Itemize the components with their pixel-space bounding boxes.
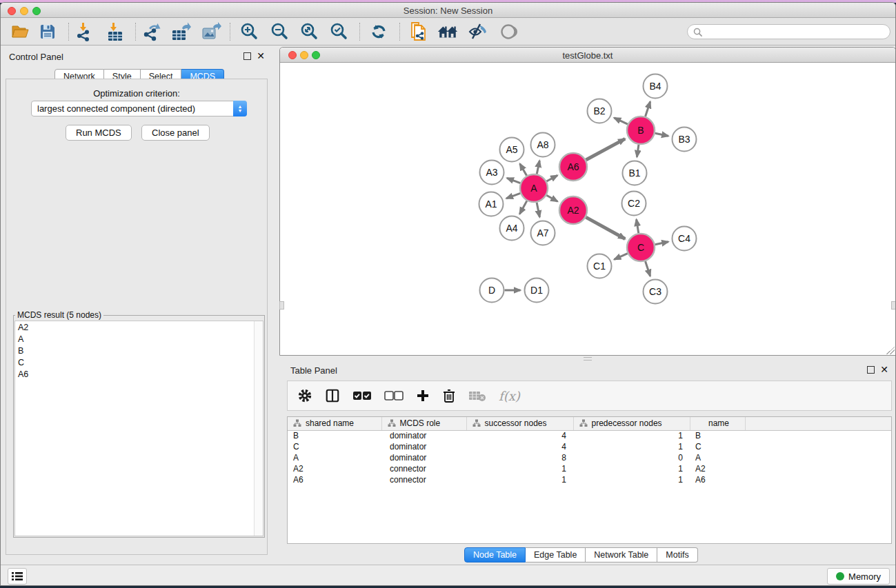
mcds-result-list[interactable]: A2ABCA6 [14, 321, 263, 536]
graph-edge-C-C4[interactable] [655, 242, 668, 245]
graph-node-B4[interactable]: B4 [644, 74, 668, 99]
tab-edge-table[interactable]: Edge Table [526, 547, 586, 562]
graph-edge-C-C3[interactable] [646, 261, 650, 276]
run-mcds-button[interactable]: Run MCDS [66, 125, 132, 141]
graph-node-C[interactable]: C [627, 234, 655, 261]
tab-motifs[interactable]: Motifs [657, 547, 697, 562]
graph-node-B1[interactable]: B1 [623, 161, 647, 185]
column-header-MCDS-role[interactable]: MCDS role [381, 417, 466, 430]
graph-edge-A-A4[interactable] [519, 201, 527, 214]
criterion-dropdown[interactable]: largest connected component (directed) ▲… [31, 101, 247, 116]
graph-node-A[interactable]: A [520, 174, 548, 202]
table-cell[interactable]: 1 [466, 474, 573, 485]
export-image-icon[interactable] [200, 21, 222, 42]
delete-column-trash-icon[interactable] [442, 388, 456, 403]
table-cell[interactable]: dominator [381, 430, 466, 441]
network-graph-canvas[interactable]: B4B2BB3A5A8A6A3B1AA1A2C2A4A7CC4C1C3DD1 [280, 63, 895, 355]
graph-node-C4[interactable]: C4 [673, 227, 697, 251]
table-cell[interactable]: A [690, 452, 745, 463]
search-field[interactable] [687, 24, 890, 39]
result-list-scrollbar[interactable] [254, 321, 263, 536]
close-panel-icon[interactable]: ✕ [257, 52, 265, 60]
create-column-plus-icon[interactable] [416, 389, 430, 403]
graph-edge-B-B2[interactable] [614, 118, 628, 124]
graph-edge-B-B3[interactable] [655, 133, 668, 136]
graph-edge-A6-B[interactable] [586, 139, 625, 160]
import-network-icon[interactable] [74, 21, 96, 42]
graph-edge-B-B4[interactable] [646, 101, 650, 116]
zoom-selected-icon[interactable] [328, 21, 350, 42]
table-cell[interactable]: C [690, 441, 745, 452]
graph-edge-A-A6[interactable] [546, 175, 557, 181]
export-table-icon[interactable] [170, 21, 192, 42]
table-row[interactable]: A6connector11A6 [288, 474, 892, 485]
unselect-all-columns-icon[interactable] [384, 390, 404, 401]
graph-edge-A-A7[interactable] [537, 203, 539, 217]
close-table-panel-icon[interactable]: ✕ [880, 366, 888, 374]
table-cell[interactable]: A2 [288, 463, 381, 474]
table-cell[interactable]: 8 [466, 452, 573, 463]
function-builder-icon[interactable]: f(x) [499, 389, 520, 403]
graph-node-C2[interactable]: C2 [622, 192, 646, 216]
table-cell[interactable]: B [288, 430, 381, 441]
graph-edge-C-C1[interactable] [614, 254, 627, 260]
table-cell[interactable]: connector [381, 474, 466, 485]
right-splitter-grip[interactable] [891, 301, 896, 310]
table-cell[interactable]: 1 [573, 430, 690, 441]
graph-node-D1[interactable]: D1 [525, 278, 549, 303]
table-cell[interactable]: A [288, 452, 381, 463]
graph-edge-A2-C[interactable] [586, 217, 625, 239]
table-row[interactable]: Adominator80A [288, 452, 892, 463]
column-header-successor-nodes[interactable]: successor nodes [466, 417, 573, 430]
zoom-fit-icon[interactable] [298, 21, 320, 42]
memory-button[interactable]: Memory [827, 568, 890, 585]
table-cell[interactable]: 4 [466, 441, 573, 452]
graph-node-A1[interactable]: A1 [479, 192, 504, 216]
graph-node-B[interactable]: B [627, 116, 655, 144]
table-cell[interactable]: dominator [381, 452, 466, 463]
tab-node-table[interactable]: Node Table [464, 547, 526, 562]
task-history-button[interactable] [8, 568, 27, 585]
table-cell[interactable]: 1 [466, 463, 573, 474]
graph-node-C3[interactable]: C3 [644, 280, 668, 304]
delete-table-icon[interactable] [468, 389, 486, 402]
table-cell[interactable]: C [288, 441, 381, 452]
table-row[interactable]: Cdominator41C [288, 441, 892, 452]
hide-graphics-details-icon[interactable] [467, 21, 489, 42]
graph-edge-B-B1[interactable] [637, 145, 639, 157]
show-column-icon[interactable] [325, 388, 340, 403]
graph-node-B3[interactable]: B3 [673, 128, 697, 152]
zoom-out-icon[interactable] [268, 21, 290, 42]
horizontal-splitter-grip[interactable] [584, 357, 592, 361]
table-cell[interactable]: A2 [690, 463, 745, 474]
column-header-predecessor-nodes[interactable]: predecessor nodes [573, 417, 690, 430]
graph-edge-A-A1[interactable] [506, 193, 520, 199]
graph-node-A5[interactable]: A5 [500, 138, 524, 162]
home-icon[interactable] [437, 21, 459, 42]
save-session-icon[interactable] [37, 21, 59, 42]
table-cell[interactable]: 4 [466, 430, 573, 441]
graph-node-A7[interactable]: A7 [531, 221, 555, 245]
float-panel-icon[interactable] [243, 52, 251, 60]
table-cell[interactable]: A6 [288, 474, 381, 485]
float-table-panel-icon[interactable] [867, 366, 875, 374]
table-row[interactable]: A2connector11A2 [288, 463, 892, 474]
table-cell[interactable]: 1 [573, 474, 690, 485]
table-cell[interactable]: 1 [573, 441, 690, 452]
graph-node-C1[interactable]: C1 [588, 254, 612, 278]
window-resize-handle[interactable] [886, 346, 895, 354]
graph-node-A2[interactable]: A2 [559, 196, 587, 224]
table-cell[interactable]: connector [381, 463, 466, 474]
graph-node-A6[interactable]: A6 [559, 153, 587, 181]
graph-node-D[interactable]: D [480, 278, 504, 303]
table-cell[interactable]: dominator [381, 441, 466, 452]
export-network-icon[interactable] [141, 21, 163, 42]
graph-edge-A-A8[interactable] [537, 161, 539, 174]
show-panels-eye-icon[interactable] [497, 21, 519, 42]
graph-edge-C-C2[interactable] [637, 219, 639, 233]
graph-edge-A-A5[interactable] [520, 163, 527, 175]
table-settings-gear-icon[interactable] [297, 388, 312, 403]
graph-node-A4[interactable]: A4 [500, 216, 524, 241]
table-cell[interactable]: 1 [573, 463, 690, 474]
table-row[interactable]: Bdominator41B [288, 430, 892, 441]
